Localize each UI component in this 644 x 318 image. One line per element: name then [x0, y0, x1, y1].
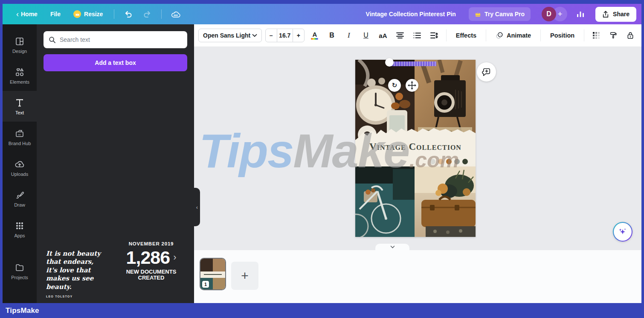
- add-text-box-button[interactable]: Add a text box: [44, 54, 187, 71]
- chevron-right-icon[interactable]: ›: [173, 252, 176, 263]
- quote-text: It is not beauty that endears, it's love…: [46, 250, 106, 292]
- top-header: ‹ Home File Resize: [3, 4, 641, 24]
- palette-dot[interactable]: [430, 159, 435, 164]
- page-strip: 1 +: [194, 250, 641, 303]
- sidebar-item-draw[interactable]: Draw: [3, 183, 37, 214]
- underline-button[interactable]: U: [359, 28, 373, 43]
- decrease-font-size-button[interactable]: –: [266, 29, 277, 42]
- back-chevron-icon: ‹: [16, 10, 19, 18]
- sidebar-item-elements[interactable]: Elements: [3, 60, 37, 91]
- selection-handle[interactable]: [385, 58, 394, 67]
- font-name: Open Sans Light: [203, 32, 250, 39]
- bold-button[interactable]: B: [325, 28, 339, 43]
- text-case-button[interactable]: aA: [376, 28, 390, 43]
- sparkles-icon: [618, 227, 628, 237]
- share-button[interactable]: Share: [595, 7, 636, 22]
- text-icon: [15, 98, 25, 108]
- header-left-group: ‹ Home File Resize: [3, 8, 182, 20]
- header-right-group: Vintage Collection Pinterest Pin Try Can…: [366, 7, 641, 22]
- document-title[interactable]: Vintage Collection Pinterest Pin: [366, 11, 456, 18]
- selected-text-element[interactable]: [391, 61, 436, 66]
- transparency-icon: [593, 32, 600, 39]
- comment-plus-icon: [482, 67, 491, 76]
- sidebar-item-uploads[interactable]: Uploads: [3, 152, 37, 183]
- list-button[interactable]: [410, 28, 424, 43]
- design-title-text[interactable]: Vintage Collection: [355, 141, 476, 152]
- text-style-samples: It is not beauty that endears, it's love…: [46, 241, 188, 298]
- palette-dot[interactable]: [446, 159, 452, 164]
- chevron-down-icon: [390, 245, 395, 248]
- lock-button[interactable]: [624, 28, 637, 43]
- design-page[interactable]: Vintage Collection ↻: [355, 60, 476, 237]
- font-family-select[interactable]: Open Sans Light: [198, 29, 262, 42]
- move-handle[interactable]: [406, 79, 418, 92]
- tipsmake-logo: TipsMake: [6, 306, 39, 315]
- photo-vintage-clock[interactable]: [355, 60, 415, 143]
- italic-button[interactable]: I: [342, 28, 356, 43]
- toolbar-separator: [584, 29, 584, 41]
- try-canva-pro-button[interactable]: Try Canva Pro: [469, 7, 531, 21]
- quote-text-template[interactable]: It is not beauty that endears, it's love…: [46, 250, 106, 298]
- rotate-handle[interactable]: ↻: [388, 79, 401, 92]
- increase-font-size-button[interactable]: +: [293, 29, 304, 42]
- effects-button[interactable]: Effects: [452, 32, 481, 39]
- sidebar-item-text[interactable]: Text: [3, 91, 37, 122]
- share-upload-icon: [602, 11, 609, 18]
- resize-button[interactable]: Resize: [70, 8, 106, 20]
- stats-eyebrow: NOVEMBER 2019: [114, 241, 188, 246]
- rainbow-color-bar: [311, 38, 318, 40]
- sidebar-item-apps[interactable]: Apps: [3, 214, 37, 245]
- page-1-thumbnail[interactable]: 1: [200, 258, 226, 290]
- bullet-list-icon: [413, 32, 421, 38]
- svg-text:co.: co.: [18, 133, 21, 135]
- page-number-badge: 1: [202, 281, 209, 288]
- sidebar-label: Projects: [11, 275, 28, 280]
- sidebar-item-design[interactable]: Design: [3, 29, 37, 60]
- palette-dot[interactable]: [454, 159, 460, 164]
- sidebar-item-brand-hub[interactable]: co. Brand Hub: [3, 122, 37, 152]
- palette-dot[interactable]: [438, 159, 444, 164]
- quote-author: LEO TOLSTOY: [46, 295, 106, 298]
- text-align-button[interactable]: [393, 28, 407, 43]
- undo-button[interactable]: [122, 8, 135, 20]
- transparency-button[interactable]: [589, 28, 603, 43]
- bottom-brand-bar: TipsMake: [0, 303, 644, 318]
- file-label: File: [50, 11, 61, 18]
- add-comment-button[interactable]: [477, 62, 496, 82]
- chevron-down-icon: [252, 34, 257, 37]
- stats-value: 1,286: [126, 247, 170, 268]
- cloud-save-icon: [169, 8, 182, 20]
- panel-collapse-tab[interactable]: ‹: [194, 188, 200, 226]
- animate-button[interactable]: Animate: [491, 32, 535, 39]
- insights-chart-button[interactable]: [574, 8, 587, 20]
- collapse-pages-tab[interactable]: [375, 244, 409, 250]
- align-center-icon: [396, 32, 404, 38]
- canvas[interactable]: ‹: [194, 47, 641, 250]
- sidebar-item-projects[interactable]: Projects: [3, 256, 37, 286]
- search-input[interactable]: [60, 36, 182, 43]
- home-button[interactable]: ‹ Home: [13, 8, 41, 20]
- photo-vintage-bicycle[interactable]: [355, 166, 415, 237]
- draw-icon: [15, 190, 25, 200]
- font-size-value[interactable]: 16.7: [277, 29, 293, 42]
- add-page-button[interactable]: +: [231, 262, 258, 290]
- animate-label: Animate: [507, 32, 531, 39]
- stats-text-template[interactable]: NOVEMBER 2019 1,286 › NEW DOCUMENTS CREA…: [114, 241, 188, 298]
- canva-assistant-button[interactable]: [613, 222, 632, 242]
- photo-vintage-suitcase[interactable]: [415, 166, 476, 237]
- avatar[interactable]: D: [542, 7, 556, 21]
- file-menu-button[interactable]: File: [47, 8, 64, 20]
- app-window: ‹ Home File Resize: [3, 4, 641, 303]
- copy-style-button[interactable]: [606, 28, 620, 43]
- redo-button[interactable]: [141, 8, 154, 20]
- design-icon: [15, 36, 25, 47]
- palette-dot[interactable]: [462, 159, 468, 164]
- brand-hub-icon: co.: [15, 128, 25, 139]
- line-spacing-button[interactable]: [427, 28, 441, 43]
- watermark-part: Tips: [199, 124, 293, 178]
- text-color-button[interactable]: A: [308, 28, 322, 43]
- sidebar: Design Elements Text co. Brand Hub Uploa…: [3, 24, 37, 303]
- lock-icon: [627, 32, 634, 39]
- position-button[interactable]: Position: [546, 32, 579, 39]
- uploads-icon: [15, 159, 25, 169]
